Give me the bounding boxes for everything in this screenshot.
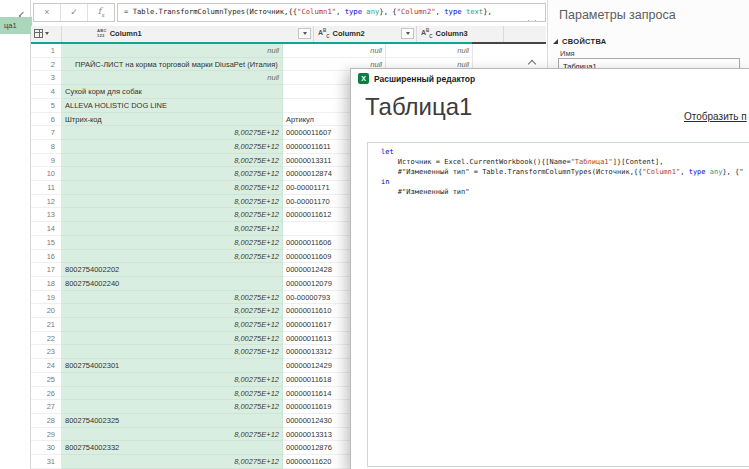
- grid-cell[interactable]: ПРАЙС-ЛИСТ на корма торговой марки Diusa…: [62, 58, 283, 72]
- row-number[interactable]: 24: [31, 359, 62, 373]
- grid-cell[interactable]: 8,00275E+12: [62, 304, 283, 318]
- grid-cell[interactable]: 8002754002332: [62, 441, 283, 455]
- grid-header: ABC123Column1ABCColumn2ABCColumn3: [31, 26, 546, 42]
- row-number[interactable]: 4: [31, 85, 62, 99]
- grid-cell[interactable]: 8,00275E+12: [62, 126, 283, 140]
- grid-cell[interactable]: 8,00275E+12: [62, 332, 283, 346]
- properties-section-header[interactable]: СВОЙСТВА: [553, 37, 607, 46]
- row-number[interactable]: 3: [31, 71, 62, 85]
- row-number[interactable]: 12: [31, 195, 62, 209]
- filter-dropdown-button[interactable]: [401, 28, 414, 39]
- fx-icon[interactable]: fx: [88, 3, 114, 23]
- row-number[interactable]: 19: [31, 291, 62, 305]
- grid-cell[interactable]: 8,00275E+12: [62, 250, 283, 264]
- m-code-editor[interactable]: let Источник = Excel.CurrentWorkbook(){[…: [367, 142, 749, 467]
- code-line: Источник = Excel.CurrentWorkbook(){[Name…: [381, 157, 749, 167]
- grid-cell[interactable]: 8,00275E+12: [62, 291, 283, 305]
- row-number[interactable]: 16: [31, 250, 62, 264]
- row-number[interactable]: 9: [31, 154, 62, 168]
- any-type-icon[interactable]: ABC123: [97, 29, 107, 38]
- code-token: },: [483, 7, 492, 16]
- row-number[interactable]: 1: [31, 44, 62, 58]
- row-number[interactable]: 21: [31, 318, 62, 332]
- text-type-icon[interactable]: ABC: [421, 28, 433, 39]
- cancel-icon[interactable]: ×: [34, 4, 60, 21]
- select-all-corner-button[interactable]: [31, 26, 62, 42]
- dialog-titlebar[interactable]: X Расширенный редактор: [351, 69, 749, 89]
- text-type-icon[interactable]: ABC: [318, 28, 330, 39]
- code-token: ,: [680, 168, 688, 176]
- grid-cell[interactable]: 8,00275E+12: [62, 154, 283, 168]
- expanded-triangle-icon: [553, 39, 558, 44]
- formula-input[interactable]: = Table.TransformColumnTypes(Источник,{{…: [117, 3, 546, 22]
- row-number[interactable]: 10: [31, 167, 62, 181]
- row-number[interactable]: 2: [31, 58, 62, 72]
- row-number[interactable]: 23: [31, 345, 62, 359]
- row-number[interactable]: 13: [31, 208, 62, 222]
- code-token: = Table.TransformColumnTypes(Источник,{{: [124, 7, 297, 16]
- grid-cell[interactable]: 8,00275E+12: [62, 181, 283, 195]
- grid-cell[interactable]: 8,00275E+12: [62, 208, 283, 222]
- grid-cell[interactable]: 8,00275E+12: [62, 345, 283, 359]
- code-token: let: [381, 148, 394, 156]
- properties-label: СВОЙСТВА: [562, 37, 607, 46]
- row-number[interactable]: 25: [31, 373, 62, 387]
- row-number[interactable]: 11: [31, 181, 62, 195]
- code-line: in: [381, 177, 749, 187]
- grid-cell[interactable]: 8,00275E+12: [62, 222, 283, 236]
- filter-dropdown-button[interactable]: [298, 28, 311, 39]
- column-header-column3[interactable]: ABCColumn3: [417, 26, 504, 42]
- code-token: type: [345, 7, 362, 16]
- formula-bar-buttons: × ✓ fx: [33, 3, 115, 22]
- code-line: let: [381, 147, 749, 157]
- grid-cell[interactable]: Штрих-код: [62, 113, 283, 127]
- row-number[interactable]: 28: [31, 414, 62, 428]
- grid-cell[interactable]: null: [62, 44, 283, 58]
- row-number[interactable]: 14: [31, 222, 62, 236]
- formula-text: = Table.TransformColumnTypes(Источник,{{…: [124, 7, 492, 16]
- column-header-column2[interactable]: ABCColumn2: [314, 26, 417, 42]
- row-number[interactable]: 30: [31, 441, 62, 455]
- row-number[interactable]: 29: [31, 428, 62, 442]
- grid-cell[interactable]: 8,00275E+12: [62, 167, 283, 181]
- row-number[interactable]: 6: [31, 113, 62, 127]
- row-number[interactable]: 15: [31, 236, 62, 250]
- code-token: #"Измененный тип" = Table.TransformColum…: [381, 168, 642, 176]
- row-number[interactable]: 17: [31, 263, 62, 277]
- grid-cell[interactable]: 8,00275E+12: [62, 428, 283, 442]
- row-number[interactable]: 5: [31, 99, 62, 113]
- grid-cell[interactable]: 8,00275E+12: [62, 195, 283, 209]
- display-options-link[interactable]: Отобразить п: [684, 111, 747, 122]
- grid-cell[interactable]: 8,00275E+12: [62, 318, 283, 332]
- column-header-column1[interactable]: ABC123Column1: [93, 26, 314, 42]
- row-number[interactable]: 26: [31, 387, 62, 401]
- row-number[interactable]: 18: [31, 277, 62, 291]
- queries-sidebar: ца1: [0, 0, 31, 469]
- sidebar-item-query[interactable]: ца1: [0, 17, 32, 34]
- grid-cell[interactable]: null: [62, 71, 283, 85]
- code-token: any: [710, 168, 723, 176]
- grid-cell[interactable]: Сухой корм для собак: [62, 85, 283, 99]
- row-number[interactable]: 8: [31, 140, 62, 154]
- grid-cell[interactable]: null: [386, 44, 473, 58]
- expand-formula-bar-button[interactable]: [529, 10, 535, 22]
- grid-cell[interactable]: 8002754002301: [62, 359, 283, 373]
- grid-cell[interactable]: 8,00275E+12: [62, 387, 283, 401]
- grid-cell[interactable]: 8,00275E+12: [62, 236, 283, 250]
- grid-cell[interactable]: 8,00275E+12: [62, 400, 283, 414]
- grid-cell[interactable]: null: [283, 44, 386, 58]
- grid-cell[interactable]: 8002754002202: [62, 263, 283, 277]
- row-number[interactable]: 22: [31, 332, 62, 346]
- grid-cell[interactable]: ALLEVA HOLISTIC DOG LINE: [62, 99, 283, 113]
- grid-cell[interactable]: 8,00275E+12: [62, 140, 283, 154]
- row-number[interactable]: 20: [31, 304, 62, 318]
- check-icon[interactable]: ✓: [61, 4, 87, 21]
- grid-cell[interactable]: 8002754002240: [62, 277, 283, 291]
- row-number[interactable]: 27: [31, 400, 62, 414]
- grid-cell[interactable]: 8002754002325: [62, 414, 283, 428]
- grid-cell[interactable]: 8,00275E+12: [62, 455, 283, 469]
- row-number[interactable]: 31: [31, 455, 62, 469]
- code-token: "Column2": [397, 7, 436, 16]
- grid-cell[interactable]: 8,00275E+12: [62, 373, 283, 387]
- row-number[interactable]: 7: [31, 126, 62, 140]
